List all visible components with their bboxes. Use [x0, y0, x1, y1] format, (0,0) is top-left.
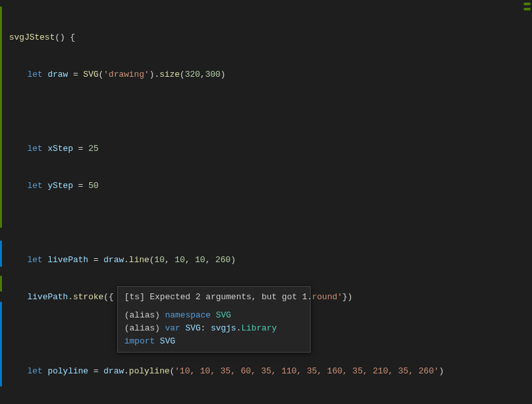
- overview-ruler-marker: [524, 3, 531, 5]
- code-line[interactable]: svgJStest() {: [9, 31, 532, 44]
- code-line[interactable]: let yStep = 50: [9, 180, 532, 192]
- hover-tooltip: [ts] Expected 2 arguments, but got 1. (a…: [117, 286, 311, 353]
- blank-line[interactable]: [9, 105, 532, 118]
- blank-line[interactable]: [9, 217, 532, 229]
- fn-name: svgJStest: [9, 33, 55, 42]
- code-line[interactable]: let livePath = draw.line(10, 10, 10, 260…: [9, 254, 532, 266]
- code-line[interactable]: let draw = SVG('drawing').size(320,300): [9, 68, 532, 81]
- code-line[interactable]: let xStep = 25: [9, 142, 532, 155]
- overview-ruler-marker: [524, 8, 531, 10]
- code-line[interactable]: let polyline = draw.polyline('10, 10, 35…: [9, 365, 532, 377]
